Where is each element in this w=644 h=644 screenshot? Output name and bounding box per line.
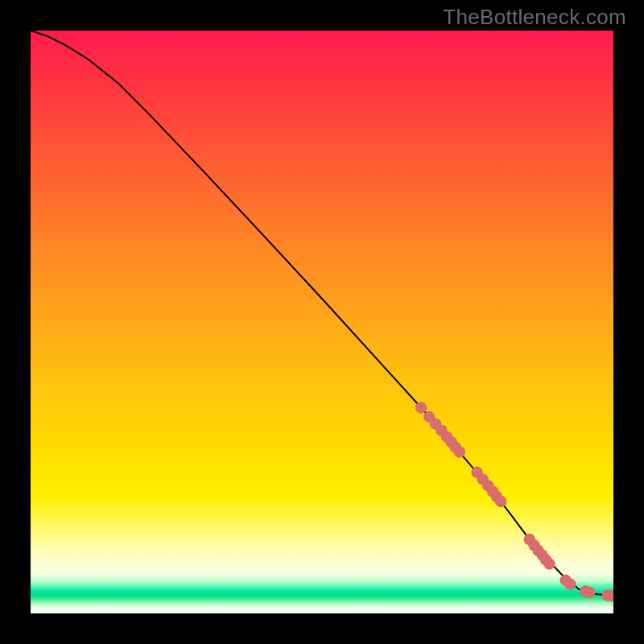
scatter-point: [415, 402, 427, 413]
scatter-point: [495, 496, 506, 507]
chart-frame: TheBottleneck.com: [0, 0, 644, 644]
scatter-point: [454, 446, 465, 457]
scatter-point: [543, 558, 555, 569]
scatter-markers: [415, 402, 613, 601]
marker-layer: [31, 31, 613, 613]
watermark-text: TheBottleneck.com: [443, 5, 626, 30]
plot-area: [31, 31, 613, 613]
scatter-point: [584, 587, 595, 598]
scatter-point: [564, 579, 576, 590]
